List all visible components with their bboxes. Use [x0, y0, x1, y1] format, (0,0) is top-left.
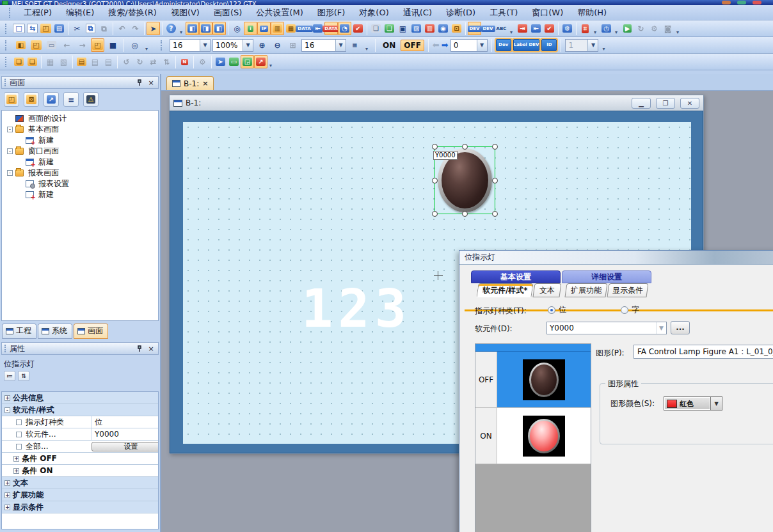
device-view-button[interactable]: Dev	[496, 39, 511, 51]
group-button[interactable]: ▦	[44, 55, 57, 68]
selection-handle[interactable]	[492, 144, 498, 150]
zoom-fit-button[interactable]: ⊞	[286, 38, 299, 52]
device-combo[interactable]: Y0000 ▼	[546, 322, 667, 334]
off-state-button[interactable]: OFF	[401, 40, 424, 51]
device-display-button[interactable]: DEV	[468, 22, 481, 35]
new-screen-button[interactable]: ◧	[14, 38, 28, 52]
preview-button[interactable]: ◎	[128, 38, 141, 52]
tree-item-report-screen-folder[interactable]: - 报表画面	[2, 168, 158, 178]
categorized-view-button[interactable]: ≔	[4, 371, 15, 381]
menu-item[interactable]: 诊断(D)	[440, 6, 482, 20]
tree-item-base-new[interactable]: 新建	[2, 135, 158, 146]
ungroup-button[interactable]: ▧	[57, 55, 70, 68]
radio-selected-icon[interactable]	[548, 306, 555, 314]
radio-word[interactable]: 字	[621, 304, 639, 315]
preview-row-on[interactable]: ON	[475, 408, 591, 464]
pin-icon[interactable]	[135, 78, 144, 87]
expand-icon[interactable]	[16, 444, 22, 450]
zoom-out-button[interactable]: ⊖	[271, 38, 284, 52]
open-project-button[interactable]: ◰	[39, 22, 52, 35]
tree-item-report-settings[interactable]: 报表设置	[2, 178, 158, 189]
tree-item-window-screen-folder[interactable]: - 窗口画面	[2, 146, 158, 157]
menu-item[interactable]: 画面(S)	[207, 6, 248, 20]
label-device-view-button[interactable]: Label DEV	[513, 39, 540, 51]
simulator-settings-button[interactable]: ⚙	[648, 22, 661, 35]
selection-handle[interactable]	[432, 144, 438, 150]
send-to-back-button[interactable]: ❏	[26, 55, 39, 68]
minimize-icon[interactable]: ▁	[632, 98, 651, 109]
comment-list-button[interactable]: ⊡	[450, 22, 463, 35]
dropdown-chevron[interactable]	[267, 56, 274, 68]
selection-handle[interactable]	[432, 178, 438, 184]
expand-icon[interactable]	[16, 419, 22, 425]
prop-row-all-settings[interactable]: 全部... 设置	[2, 441, 158, 453]
prop-row-lamp-type[interactable]: 指示灯种类 位	[2, 416, 158, 428]
tab-device-style[interactable]: 软元件/样式*	[476, 283, 533, 297]
property-value[interactable]: Y0000	[91, 428, 158, 440]
tree-item-label[interactable]: 基本画面	[26, 124, 61, 135]
document-tab[interactable]: B-1: ×	[166, 76, 214, 90]
web-setting-button[interactable]: ◉	[436, 22, 450, 35]
flip-vertical-button[interactable]: ⇅	[160, 55, 173, 68]
font-size-combo[interactable]: 16▼	[170, 39, 211, 52]
select-object-button[interactable]: ➤	[214, 55, 227, 68]
redo-button[interactable]: ↷	[129, 22, 142, 35]
tab-display-condition[interactable]: 显示条件	[607, 283, 648, 297]
expand-icon[interactable]: +	[13, 468, 19, 474]
write-to-got-button[interactable]: ⇥	[516, 22, 529, 35]
write-memory-card-button[interactable]: ▥	[423, 22, 436, 35]
property-value[interactable]: 设置	[92, 442, 159, 451]
data-check-button[interactable]: DATA	[324, 22, 338, 35]
menu-item[interactable]: 图形(F)	[311, 6, 352, 20]
copy-screen-button[interactable]: ↗	[44, 92, 59, 107]
chevron-down-icon[interactable]: ▼	[243, 40, 253, 51]
open-screen-button[interactable]: ◰	[4, 92, 19, 107]
tree-item-label[interactable]: 窗口画面	[26, 146, 61, 157]
tree-item-label[interactable]: 画面的设计	[26, 113, 68, 124]
window-preview-button[interactable]: ▭	[45, 38, 58, 52]
save-button[interactable]: ▤	[52, 22, 66, 35]
tree-expand-icon[interactable]: -	[7, 170, 13, 176]
zoom-in-button[interactable]: ⊕	[255, 38, 269, 52]
prev-state-button[interactable]: ⬅	[433, 40, 440, 50]
device-label-button[interactable]: DEV	[481, 22, 495, 35]
menu-item[interactable]: 工具(T)	[483, 6, 524, 20]
prop-section-text[interactable]: + 文本	[2, 477, 158, 489]
transfer-clock-button[interactable]: ◷	[600, 22, 613, 35]
menu-item[interactable]: 视图(V)	[164, 6, 206, 20]
zoom-combo[interactable]: 100%▼	[212, 39, 253, 52]
menu-item[interactable]: 公共设置(M)	[250, 6, 309, 20]
simulator-update-button[interactable]: ↻	[634, 22, 648, 35]
prop-section-common-info[interactable]: + 公共信息	[2, 392, 158, 404]
read-from-got-button[interactable]: ⇤	[529, 22, 543, 35]
open-recent-button[interactable]: ⇆	[26, 22, 39, 35]
preview-row-off[interactable]: OFF	[475, 352, 591, 408]
color-dropdown-button[interactable]: ▼	[711, 396, 722, 411]
editor-window-titlebar[interactable]: B-1: ▁ ❐ ✕	[170, 95, 703, 111]
next-window-button[interactable]: ❏	[383, 22, 396, 35]
chevron-down-icon[interactable]: ▼	[477, 40, 487, 51]
menu-item[interactable]: 编辑(E)	[60, 6, 100, 20]
menu-item[interactable]: 窗口(W)	[525, 6, 570, 20]
object-wizard-button[interactable]: ▨	[410, 22, 423, 35]
selected-lamp-object[interactable]: Y0000	[434, 146, 495, 214]
menu-item[interactable]: 通讯(C)	[397, 6, 438, 20]
network-status-button[interactable]: ⌗	[578, 22, 592, 35]
tree-item-base-screen-folder[interactable]: - 基本画面	[2, 124, 158, 135]
paste-image-button[interactable]: ▤	[88, 55, 102, 68]
edit-touch-area-button[interactable]: ◲	[241, 55, 254, 68]
close-button-blur[interactable]	[753, 1, 761, 4]
tab-system[interactable]: 系统	[38, 324, 72, 339]
edit-vertices-button[interactable]: N	[178, 55, 191, 68]
data-list-button[interactable]: DATA	[298, 22, 311, 35]
open-screen-button[interactable]: ◰	[29, 38, 43, 52]
expand-icon[interactable]: -	[4, 407, 10, 413]
close-screen-button[interactable]: ⊠	[24, 92, 39, 107]
cut-button[interactable]: ✂	[70, 22, 84, 35]
rotate-left-button[interactable]: ↺	[120, 55, 133, 68]
device-browse-button[interactable]: ...	[671, 321, 690, 334]
text-check-button[interactable]: ABC	[495, 22, 508, 35]
ip-address-button[interactable]: IP	[257, 22, 271, 35]
tree-item-report-new[interactable]: 新建	[2, 189, 158, 200]
tree-expand-icon[interactable]: -	[7, 148, 13, 154]
